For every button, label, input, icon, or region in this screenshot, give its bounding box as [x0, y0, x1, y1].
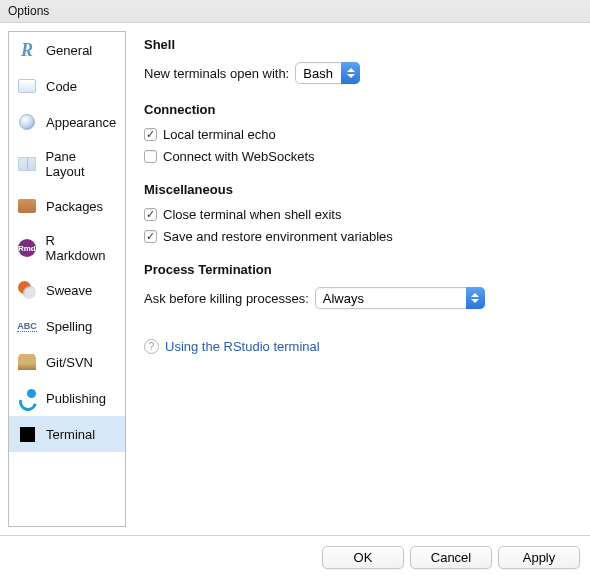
sidebar-item-terminal[interactable]: Terminal [9, 416, 125, 452]
local-echo-checkbox[interactable]: Local terminal echo [144, 127, 576, 142]
options-content: Shell New terminals open with: Bash Conn… [126, 23, 590, 535]
sidebar-item-git-svn[interactable]: Git/SVN [9, 344, 125, 380]
websockets-checkbox[interactable]: Connect with WebSockets [144, 149, 576, 164]
checkbox-icon [144, 150, 157, 163]
sidebar-item-publishing[interactable]: Publishing [9, 380, 125, 416]
r-logo-icon: R [17, 41, 37, 59]
apply-button[interactable]: Apply [498, 546, 580, 569]
close-on-exit-label: Close terminal when shell exits [163, 207, 341, 222]
sidebar-item-spelling[interactable]: ABC Spelling [9, 308, 125, 344]
sidebar-item-sweave[interactable]: Sweave [9, 272, 125, 308]
termination-heading: Process Termination [144, 262, 576, 277]
checkbox-icon [144, 208, 157, 221]
new-terminals-label: New terminals open with: [144, 66, 289, 81]
sidebar-item-label: Terminal [46, 427, 95, 442]
publishing-icon [17, 389, 37, 407]
sidebar-item-general[interactable]: R General [9, 32, 125, 68]
spelling-icon: ABC [17, 317, 37, 335]
sweave-icon [17, 281, 37, 299]
code-icon [17, 77, 37, 95]
appearance-icon [17, 113, 37, 131]
window-title: Options [8, 4, 49, 18]
r-markdown-icon: Rmd [17, 239, 37, 257]
connection-heading: Connection [144, 102, 576, 117]
pane-layout-icon [17, 155, 37, 173]
options-sidebar: R General Code Appearance Pane Layout Pa… [8, 31, 126, 527]
sidebar-item-label: Publishing [46, 391, 106, 406]
sidebar-item-label: Spelling [46, 319, 92, 334]
shell-heading: Shell [144, 37, 576, 52]
terminal-icon [17, 425, 37, 443]
save-env-label: Save and restore environment variables [163, 229, 393, 244]
checkbox-icon [144, 128, 157, 141]
help-icon: ? [144, 339, 159, 354]
sidebar-item-code[interactable]: Code [9, 68, 125, 104]
packages-icon [17, 197, 37, 215]
ok-button[interactable]: OK [322, 546, 404, 569]
shell-select[interactable]: Bash [295, 62, 360, 84]
save-env-checkbox[interactable]: Save and restore environment variables [144, 229, 576, 244]
local-echo-label: Local terminal echo [163, 127, 276, 142]
sidebar-item-label: R Markdown [46, 233, 117, 263]
sidebar-item-label: Pane Layout [46, 149, 117, 179]
sidebar-item-label: Sweave [46, 283, 92, 298]
sidebar-item-label: Git/SVN [46, 355, 93, 370]
websockets-label: Connect with WebSockets [163, 149, 315, 164]
ask-before-kill-select[interactable]: Always [315, 287, 485, 309]
misc-heading: Miscellaneous [144, 182, 576, 197]
close-on-exit-checkbox[interactable]: Close terminal when shell exits [144, 207, 576, 222]
sidebar-item-appearance[interactable]: Appearance [9, 104, 125, 140]
checkbox-icon [144, 230, 157, 243]
dialog-button-bar: OK Cancel Apply [0, 535, 590, 578]
package-box-icon [17, 353, 37, 371]
sidebar-item-packages[interactable]: Packages [9, 188, 125, 224]
cancel-button[interactable]: Cancel [410, 546, 492, 569]
sidebar-item-pane-layout[interactable]: Pane Layout [9, 140, 125, 188]
sidebar-item-label: Packages [46, 199, 103, 214]
sidebar-item-r-markdown[interactable]: Rmd R Markdown [9, 224, 125, 272]
window-titlebar: Options [0, 0, 590, 23]
sidebar-item-label: General [46, 43, 92, 58]
sidebar-item-label: Code [46, 79, 77, 94]
ask-before-kill-label: Ask before killing processes: [144, 291, 309, 306]
sidebar-item-label: Appearance [46, 115, 116, 130]
help-link[interactable]: Using the RStudio terminal [165, 339, 320, 354]
